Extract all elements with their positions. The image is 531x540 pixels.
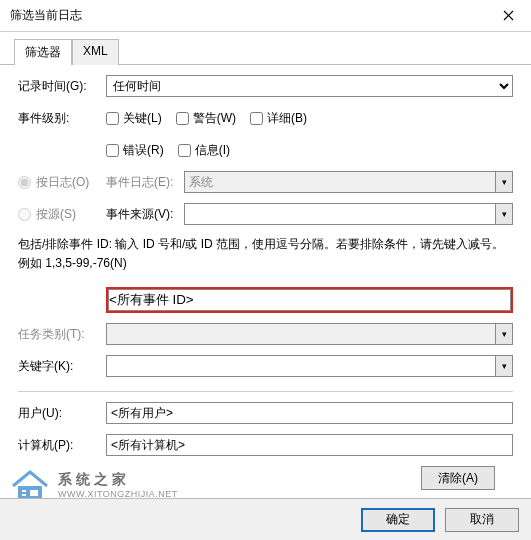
watermark-title: 系统之家 <box>58 471 178 489</box>
event-source-label: 事件来源(V): <box>106 206 184 223</box>
eventid-input[interactable] <box>108 289 511 311</box>
titlebar: 筛选当前日志 <box>0 0 531 32</box>
chevron-down-icon: ▾ <box>495 324 512 344</box>
tab-xml[interactable]: XML <box>72 39 119 65</box>
computer-label: 计算机(P): <box>18 437 106 454</box>
chevron-down-icon[interactable]: ▾ <box>495 204 512 224</box>
close-button[interactable] <box>486 0 531 31</box>
user-input[interactable] <box>106 402 513 424</box>
watermark: 系统之家 WWW.XITONGZHIJIA.NET <box>10 468 178 502</box>
event-log-combo <box>184 171 513 193</box>
ok-button[interactable]: 确定 <box>361 508 435 532</box>
chevron-down-icon: ▾ <box>495 172 512 192</box>
svg-rect-3 <box>30 490 38 496</box>
svg-rect-1 <box>22 490 26 492</box>
time-label: 记录时间(G): <box>18 78 106 95</box>
button-bar: 确定 取消 <box>0 498 531 540</box>
window-title: 筛选当前日志 <box>10 7 82 24</box>
clear-button[interactable]: 清除(A) <box>421 466 495 490</box>
tab-strip: 筛选器 XML <box>0 32 531 65</box>
eventid-highlight <box>106 287 513 313</box>
dialog-body: 记录时间(G): 任何时间 事件级别: 关键(L) 警告(W) 详细(B) 错误… <box>0 65 531 496</box>
keywords-label: 关键字(K): <box>18 358 106 375</box>
event-log-label: 事件日志(E): <box>106 174 184 191</box>
close-icon <box>503 10 514 21</box>
event-source-combo[interactable] <box>184 203 513 225</box>
level-critical[interactable]: 关键(L) <box>106 110 162 127</box>
time-select[interactable]: 任何时间 <box>106 75 513 97</box>
radio-by-log: 按日志(O) <box>18 174 106 191</box>
cancel-button[interactable]: 取消 <box>445 508 519 532</box>
separator <box>18 391 513 392</box>
house-icon <box>10 468 50 502</box>
task-label: 任务类别(T): <box>18 326 106 343</box>
keywords-combo[interactable] <box>106 355 513 377</box>
level-info[interactable]: 信息(I) <box>178 142 230 159</box>
radio-by-source: 按源(S) <box>18 206 106 223</box>
task-combo <box>106 323 513 345</box>
level-verbose[interactable]: 详细(B) <box>250 110 307 127</box>
computer-input[interactable] <box>106 434 513 456</box>
eventid-description: 包括/排除事件 ID: 输入 ID 号和/或 ID 范围，使用逗号分隔。若要排除… <box>18 235 513 273</box>
level-error[interactable]: 错误(R) <box>106 142 164 159</box>
user-label: 用户(U): <box>18 405 106 422</box>
level-label: 事件级别: <box>18 110 106 127</box>
level-warning[interactable]: 警告(W) <box>176 110 236 127</box>
svg-rect-2 <box>22 494 26 496</box>
chevron-down-icon[interactable]: ▾ <box>495 356 512 376</box>
tab-filter[interactable]: 筛选器 <box>14 39 72 65</box>
